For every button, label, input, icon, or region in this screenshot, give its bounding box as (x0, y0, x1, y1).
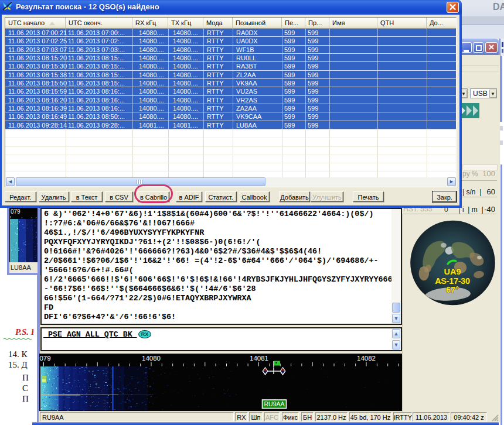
svg-text:14080: 14080 (142, 355, 161, 362)
svg-text:14082: 14082 (357, 355, 376, 362)
svg-text:RU9AA: RU9AA (264, 400, 284, 407)
svg-text:AS-17-30: AS-17-30 (435, 276, 470, 286)
svg-text:14081: 14081 (250, 355, 268, 362)
svg-text:UA9: UA9 (444, 267, 461, 276)
svg-text:67°: 67° (446, 285, 459, 294)
svg-text:079: 079 (39, 355, 50, 362)
